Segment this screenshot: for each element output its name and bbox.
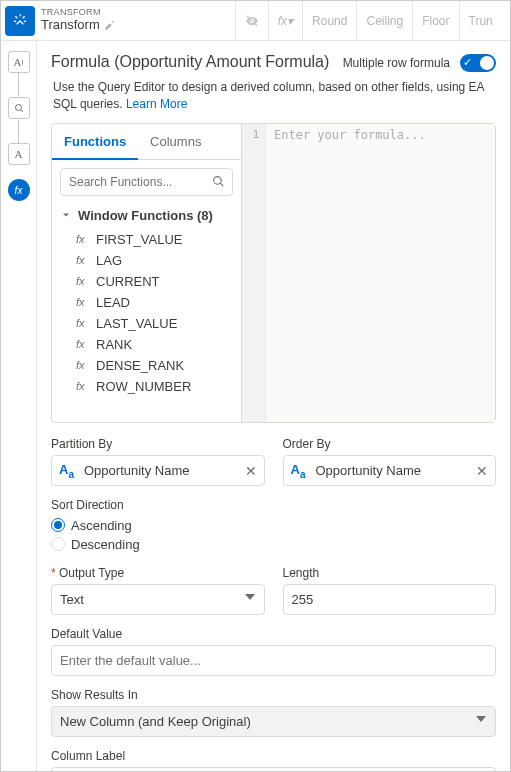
pipeline-node[interactable] (8, 97, 30, 119)
header-title: Transform (41, 18, 100, 32)
output-type-label: * Output Type (51, 566, 265, 580)
partition-by-input[interactable] (51, 455, 265, 486)
page-title: Formula (Opportunity Amount Formula) (51, 53, 329, 71)
search-functions-input[interactable] (60, 168, 233, 196)
output-type-select[interactable] (51, 584, 265, 615)
fx-icon: fx (76, 317, 90, 329)
order-label: Order By (283, 437, 497, 451)
multiple-row-toggle[interactable]: ✓ (460, 54, 496, 72)
fx-tool[interactable]: fx▾ (269, 1, 303, 41)
fx-icon: fx (76, 254, 90, 266)
pipeline-node[interactable]: A (8, 143, 30, 165)
fx-icon: fx (76, 233, 90, 245)
main-panel: Formula (Opportunity Amount Formula) Mul… (37, 41, 510, 771)
trunc-tool[interactable]: Trun (460, 1, 502, 41)
function-item[interactable]: fxLEAD (58, 292, 235, 313)
visibility-icon[interactable] (236, 1, 269, 41)
editor-gutter: 1 (242, 124, 266, 422)
chevron-down-icon (245, 594, 255, 600)
function-item[interactable]: fxCURRENT (58, 271, 235, 292)
transform-icon (5, 6, 35, 36)
length-input[interactable] (283, 584, 497, 615)
column-label-input[interactable] (51, 767, 496, 771)
round-tool[interactable]: Round (303, 1, 357, 41)
default-value-label: Default Value (51, 627, 496, 641)
editor-placeholder: Enter your formula... (266, 124, 495, 422)
floor-tool[interactable]: Floor (413, 1, 459, 41)
chevron-down-icon (476, 716, 486, 722)
tab-functions[interactable]: Functions (52, 124, 138, 160)
function-item[interactable]: fxDENSE_RANK (58, 355, 235, 376)
fx-icon: fx (76, 338, 90, 350)
fx-icon: fx (76, 275, 90, 287)
sort-direction-label: Sort Direction (51, 498, 496, 512)
partition-label: Partition By (51, 437, 265, 451)
function-item[interactable]: fxLAST_VALUE (58, 313, 235, 334)
default-value-input[interactable] (51, 645, 496, 676)
text-type-icon: Aa (59, 462, 74, 480)
radio-descending[interactable]: Descending (51, 535, 496, 554)
formula-editor[interactable]: 1 Enter your formula... (242, 124, 495, 422)
length-label: Length (283, 566, 497, 580)
function-item[interactable]: fxRANK (58, 334, 235, 355)
show-results-label: Show Results In (51, 688, 496, 702)
pipeline-node-fx[interactable]: fx (8, 179, 30, 201)
text-type-icon: Aa (291, 462, 306, 480)
toggle-label: Multiple row formula (343, 56, 450, 70)
app-header: TRANSFORM Transform fx▾ Round Ceiling Fl… (1, 1, 510, 41)
pipeline-rail: AI A fx (1, 41, 37, 771)
function-item[interactable]: fxLAG (58, 250, 235, 271)
function-item[interactable]: fxROW_NUMBER (58, 376, 235, 397)
svg-point-0 (15, 105, 21, 111)
fx-icon: fx (76, 359, 90, 371)
tab-columns[interactable]: Columns (138, 124, 213, 159)
fx-icon: fx (76, 296, 90, 308)
pipeline-node[interactable]: AI (8, 51, 30, 73)
order-by-input[interactable] (283, 455, 497, 486)
clear-icon[interactable]: ✕ (245, 463, 257, 479)
function-group-header[interactable]: Window Functions (8) (58, 204, 235, 229)
chevron-down-icon (60, 209, 72, 221)
show-results-select[interactable] (51, 706, 496, 737)
page-description: Use the Query Editor to design a derived… (53, 79, 496, 113)
function-item[interactable]: fxFIRST_VALUE (58, 229, 235, 250)
ceiling-tool[interactable]: Ceiling (357, 1, 413, 41)
pencil-icon[interactable] (104, 20, 115, 31)
fx-icon: fx (76, 380, 90, 392)
header-toolbar: fx▾ Round Ceiling Floor Trun (236, 1, 502, 41)
radio-ascending[interactable]: Ascending (51, 516, 496, 535)
learn-more-link[interactable]: Learn More (126, 97, 187, 111)
column-label-label: Column Label (51, 749, 496, 763)
clear-icon[interactable]: ✕ (476, 463, 488, 479)
search-icon (212, 175, 225, 188)
